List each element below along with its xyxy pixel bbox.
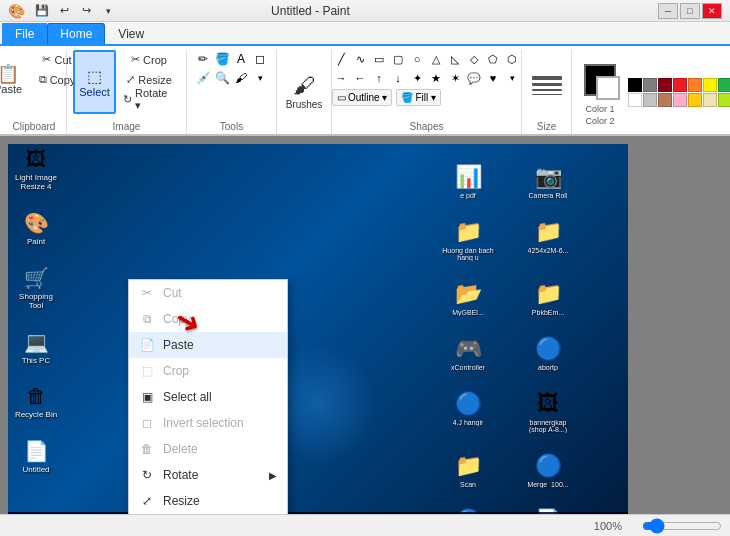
rounded-rect-shape[interactable]: ▢ (389, 50, 407, 68)
text-tool[interactable]: A (232, 50, 250, 68)
color2-box[interactable] (596, 76, 620, 100)
rect-shape[interactable]: ▭ (370, 50, 388, 68)
close-btn[interactable]: ✕ (702, 3, 722, 19)
desktop-folder-yellow1[interactable]: 📂 MyGBEl... (438, 281, 498, 316)
curve-shape[interactable]: ∿ (351, 50, 369, 68)
star4-shape[interactable]: ✦ (408, 69, 426, 87)
desktop-icon-untitled[interactable]: 📄 Untitled (12, 439, 60, 474)
tab-file[interactable]: File (2, 23, 47, 44)
arrow-left-shape[interactable]: ← (351, 69, 369, 87)
desktop-file-cameraroll[interactable]: 📷 Camera Roll (518, 164, 578, 199)
color-swatch-yellow[interactable] (703, 78, 717, 92)
color-swatch-cream[interactable] (703, 93, 717, 107)
color-pick-tool[interactable]: 💉 (194, 69, 212, 87)
undo-quick-btn[interactable]: ↩ (55, 2, 73, 20)
ctx-invertsel-icon: ◻ (139, 415, 155, 431)
callout-shape[interactable]: 💬 (465, 69, 483, 87)
color-swatch-white[interactable] (628, 93, 642, 107)
color-swatch-green[interactable] (718, 78, 730, 92)
magnify-tool[interactable]: 🔍 (213, 69, 231, 87)
desktop-icon-paint[interactable]: 🎨 Paint (12, 211, 60, 246)
desktop-icon-imageresize[interactable]: 🖼 Light Image Resize 4 (12, 148, 60, 191)
ctx-resize[interactable]: ⤢ Resize (129, 488, 287, 514)
desktop-file-folder2[interactable]: 📁 4254x2M-6... (518, 219, 578, 261)
desktop-folder-yellow2[interactable]: 📁 PbkbEm... (518, 281, 578, 316)
desktop-file-merge[interactable]: 🔵 Merge_100... (518, 453, 578, 488)
paste-button[interactable]: 📋 Paste (0, 50, 30, 110)
color-swatch-pink[interactable] (673, 93, 687, 107)
desktop-folder-scan[interactable]: 📁 Scan (438, 453, 498, 488)
tab-home[interactable]: Home (47, 23, 105, 44)
fill-button[interactable]: 🪣 Fill ▾ (396, 89, 441, 106)
minimize-btn[interactable]: ─ (658, 3, 678, 19)
desktop-icon-recyclebin[interactable]: 🗑 Recycle Bin (12, 385, 60, 419)
copy-icon: ⧉ (39, 73, 47, 86)
desktop-file-xcontroller[interactable]: 🎮 xController (438, 336, 498, 371)
color-swatch-lightgray[interactable] (643, 93, 657, 107)
more-shapes[interactable]: ▾ (503, 69, 521, 87)
star5-shape[interactable]: ★ (427, 69, 445, 87)
redo-quick-btn[interactable]: ↪ (77, 2, 95, 20)
color-swatch-gold[interactable] (688, 93, 702, 107)
color-swatch-lime[interactable] (718, 93, 730, 107)
crop-button[interactable]: ✂ Crop (118, 50, 180, 69)
select-label: Select (79, 86, 110, 98)
canvas-area[interactable]: 🖼 Light Image Resize 4 🎨 Paint 🛒 Shoppin… (8, 144, 628, 514)
zoom-slider[interactable] (642, 519, 722, 533)
ctx-invert-sel-label: Invert selection (163, 416, 244, 430)
outline-icon: ▭ (337, 92, 346, 103)
brush-tool[interactable]: 🖌 (232, 69, 250, 87)
size-line-thinnest (532, 94, 562, 95)
arrow-up-shape[interactable]: ↑ (370, 69, 388, 87)
fill-tool[interactable]: 🪣 (213, 50, 231, 68)
diamond-shape[interactable]: ◇ (465, 50, 483, 68)
brushes-btn[interactable]: ▾ (251, 69, 269, 87)
pentagon-shape[interactable]: ⬠ (484, 50, 502, 68)
right-tri-shape[interactable]: ◺ (446, 50, 464, 68)
heart-shape[interactable]: ♥ (484, 69, 502, 87)
tools-grid: ✏ 🪣 A ◻ 💉 🔍 🖌 ▾ (194, 50, 269, 87)
star6-shape[interactable]: ✶ (446, 69, 464, 87)
hexagon-shape[interactable]: ⬡ (503, 50, 521, 68)
ctx-delete[interactable]: 🗑 Delete (129, 436, 287, 462)
paint-logo-icon: 🎨 (8, 3, 25, 19)
desktop-file-4jhangir[interactable]: 🔵 4.J hangir (438, 391, 498, 433)
desktop-icon-thispc[interactable]: 💻 This PC (12, 330, 60, 365)
ctx-selectall[interactable]: ▣ Select all (129, 384, 287, 410)
desktop-file-banner[interactable]: 🖼 bannergkap (shop A-8...) (518, 391, 578, 433)
desktop-icon-shopping[interactable]: 🛒 Shopping Tool (12, 266, 60, 310)
color-swatch-darkred[interactable] (658, 78, 672, 92)
color-swatch-gray[interactable] (643, 78, 657, 92)
eraser-tool[interactable]: ◻ (251, 50, 269, 68)
brushes-button[interactable]: 🖌 Brushes (281, 64, 328, 119)
desktop-file-abortp[interactable]: 🔵 abortp (518, 336, 578, 371)
color-swatch-brown[interactable] (658, 93, 672, 107)
pencil-tool[interactable]: ✏ (194, 50, 212, 68)
ctx-copy[interactable]: ⧉ Copy (129, 306, 287, 332)
shapes-bottom-row: ▭ Outline ▾ 🪣 Fill ▾ (332, 89, 521, 106)
select-button[interactable]: ⬚ Select (73, 50, 116, 114)
outline-button[interactable]: ▭ Outline ▾ (332, 89, 392, 106)
arrow-right-shape[interactable]: → (332, 69, 350, 87)
color-selector (578, 58, 622, 102)
ctx-crop[interactable]: ⬚ Crop (129, 358, 287, 384)
line-shape[interactable]: ╱ (332, 50, 350, 68)
save-quick-btn[interactable]: 💾 (33, 2, 51, 20)
desktop-file-folder1[interactable]: 📁 Huong dan bach hang u (438, 219, 498, 261)
desktop-file-pdf[interactable]: 📊 e pdf (438, 164, 498, 199)
ctx-rotate[interactable]: ↻ Rotate ▶ (129, 462, 287, 488)
tab-view[interactable]: View (105, 23, 157, 44)
rotate-button[interactable]: ↻ Rotate ▾ (118, 90, 180, 109)
ctx-cut[interactable]: ✂ Cut (129, 280, 287, 306)
color-swatch-orange[interactable] (688, 78, 702, 92)
ctx-invert-sel[interactable]: ◻ Invert selection (129, 410, 287, 436)
triangle-shape[interactable]: △ (427, 50, 445, 68)
maximize-btn[interactable]: □ (680, 3, 700, 19)
color-swatch-black[interactable] (628, 78, 642, 92)
customize-quick-btn[interactable]: ▾ (99, 2, 117, 20)
ctx-paste[interactable]: 📄 Paste (129, 332, 287, 358)
arrow-down-shape[interactable]: ↓ (389, 69, 407, 87)
ellipse-shape[interactable]: ○ (408, 50, 426, 68)
tools-group: ✏ 🪣 A ◻ 💉 🔍 🖌 ▾ Tools (187, 50, 277, 134)
color-swatch-red[interactable] (673, 78, 687, 92)
